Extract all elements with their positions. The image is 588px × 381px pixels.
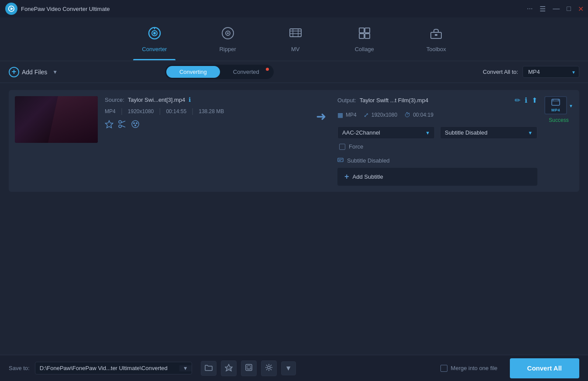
svg-rect-12 <box>365 34 370 38</box>
source-label: Source: <box>105 97 124 103</box>
merge-checkbox[interactable] <box>440 365 447 372</box>
convert-arrow: ➜ <box>312 109 330 124</box>
svg-rect-11 <box>359 34 364 38</box>
arrow-right-icon: ➜ <box>316 109 326 124</box>
save-path-wrapper: ▼ <box>35 362 192 374</box>
toolbar: + Add Files ▼ Converting Converted Conve… <box>0 61 588 83</box>
converted-dot-indicator <box>266 68 269 71</box>
add-files-plus-icon: + <box>9 67 19 77</box>
subtitle-dropdown[interactable]: Subtitle Disabled ▼ <box>440 126 537 139</box>
maximize-button[interactable]: □ <box>567 5 571 13</box>
nav-item-ripper[interactable]: Ripper <box>210 23 244 56</box>
add-subtitle-button[interactable]: + Add Subtitle <box>337 168 537 186</box>
format-badge-dropdown-icon[interactable]: ▼ <box>569 104 573 108</box>
nav-label-converter: Converter <box>142 46 167 52</box>
svg-text:OFF: OFF <box>247 367 251 370</box>
video-thumbnail <box>15 96 98 143</box>
svg-text:OFF: OFF <box>227 367 232 370</box>
main-content: Source: Taylor Swi...ent[3].mp4 ℹ MP4 | … <box>0 83 588 355</box>
save-path-input[interactable] <box>35 362 179 374</box>
tab-converting[interactable]: Converting <box>166 66 220 78</box>
file-actions <box>105 120 305 131</box>
spec-duration: ⏱ 00:04:19 <box>404 111 433 118</box>
add-subtitle-plus-icon: + <box>344 172 349 181</box>
format-select-wrapper: MP4 MKV AVI MOV <box>523 66 579 78</box>
converter-icon <box>148 26 162 43</box>
format-badge-wrapper: MP4 ▼ Success <box>544 96 573 123</box>
convert-all-button[interactable]: Convert All <box>510 358 579 378</box>
output-specs: ▦ MP4 ⤢ 1920x1080 ⏱ 00:04:19 <box>337 109 537 121</box>
settings-dropdown-button[interactable]: ▼ <box>281 361 296 375</box>
cut-icon[interactable] <box>118 120 127 131</box>
dots-menu-icon[interactable]: ··· <box>527 5 533 13</box>
svg-marker-1 <box>10 7 13 10</box>
spec-format-value: MP4 <box>346 112 357 118</box>
meta-filesize: 138.28 MB <box>199 108 224 114</box>
force-checkbox[interactable] <box>339 144 345 150</box>
add-files-button[interactable]: + Add Files <box>9 67 47 77</box>
svg-point-22 <box>136 122 138 124</box>
hamburger-icon[interactable]: ☰ <box>540 5 546 13</box>
source-info-icon[interactable]: ℹ <box>189 96 191 103</box>
save-to-label: Save to: <box>9 365 30 371</box>
nav-item-collage[interactable]: Collage <box>346 23 383 56</box>
svg-point-21 <box>133 122 135 124</box>
format-badge-text: MP4 <box>551 108 560 112</box>
spec-format: ▦ MP4 <box>337 111 357 118</box>
minimize-button[interactable]: — <box>553 5 560 13</box>
meta-format: MP4 <box>105 108 116 114</box>
audio-channel-value: AAC-2Channel <box>342 129 380 136</box>
window-controls: ··· ☰ — □ ✕ <box>527 0 584 17</box>
thumbnail-image <box>15 96 98 143</box>
bottom-bar: Save to: ▼ OFF OFF <box>0 355 588 381</box>
settings-button[interactable] <box>261 360 277 376</box>
info-output-icon[interactable]: ℹ <box>525 96 527 104</box>
nav-item-converter[interactable]: Converter <box>133 23 175 56</box>
boost-button[interactable]: OFF <box>221 360 237 376</box>
svg-point-4 <box>153 32 156 35</box>
hardware-accel-button[interactable]: OFF <box>241 360 257 376</box>
app-logo <box>5 3 17 15</box>
subtitle-value: Subtitle Disabled <box>445 129 488 136</box>
tab-converted[interactable]: Converted <box>220 66 272 78</box>
download-output-icon[interactable]: ⬆ <box>532 96 537 104</box>
duration-spec-icon: ⏱ <box>404 111 410 118</box>
file-info: Source: Taylor Swi...ent[3].mp4 ℹ MP4 | … <box>105 96 305 131</box>
edit-output-icon[interactable]: ✏ <box>515 96 520 104</box>
svg-point-36 <box>268 366 270 369</box>
merge-wrapper: Merge into one file <box>440 365 498 372</box>
output-controls: AAC-2Channel ▼ Subtitle Disabled ▼ <box>337 126 537 139</box>
close-button[interactable]: ✕ <box>578 5 584 13</box>
file-meta: MP4 | 1920x1080 | 00:14:55 | 138.28 MB <box>105 107 305 115</box>
audio-channel-chevron-icon: ▼ <box>425 130 430 135</box>
convert-all-to-section: Convert All to: MP4 MKV AVI MOV <box>483 66 579 78</box>
svg-point-7 <box>227 32 229 34</box>
effects-icon[interactable] <box>131 120 140 131</box>
ripper-icon <box>221 26 235 43</box>
meta-duration: 00:14:55 <box>166 108 186 114</box>
nav-item-mv[interactable]: MV <box>280 23 311 56</box>
output-label: Output: <box>337 97 356 104</box>
meta-resolution: 1920x1080 <box>128 108 154 114</box>
bottom-tools: OFF OFF ▼ <box>201 360 296 376</box>
add-files-dropdown-button[interactable]: ▼ <box>52 69 58 75</box>
open-folder-button[interactable] <box>201 361 217 376</box>
title-bar: FonePaw Video Converter Ultimate ··· ☰ —… <box>0 0 588 17</box>
audio-channel-dropdown[interactable]: AAC-2Channel ▼ <box>337 126 435 139</box>
save-path-dropdown-button[interactable]: ▼ <box>179 365 192 371</box>
mv-icon <box>289 26 303 43</box>
source-filename: Taylor Swi...ent[3].mp4 <box>128 97 186 103</box>
merge-label: Merge into one file <box>451 365 498 371</box>
svg-point-23 <box>134 125 136 126</box>
format-badge[interactable]: MP4 <box>544 96 567 114</box>
add-files-label: Add Files <box>22 69 47 76</box>
nav-item-toolbox[interactable]: Toolbox <box>418 23 455 56</box>
format-select[interactable]: MP4 MKV AVI MOV <box>523 66 579 78</box>
spec-resolution: ⤢ 1920x1080 <box>364 111 397 118</box>
output-icons: ✏ ℹ ⬆ <box>515 96 537 104</box>
enhance-icon[interactable] <box>105 120 113 131</box>
force-label: Force <box>349 143 363 150</box>
add-subtitle-label: Add Subtitle <box>353 173 383 180</box>
svg-rect-10 <box>365 28 370 33</box>
svg-rect-24 <box>338 158 343 162</box>
